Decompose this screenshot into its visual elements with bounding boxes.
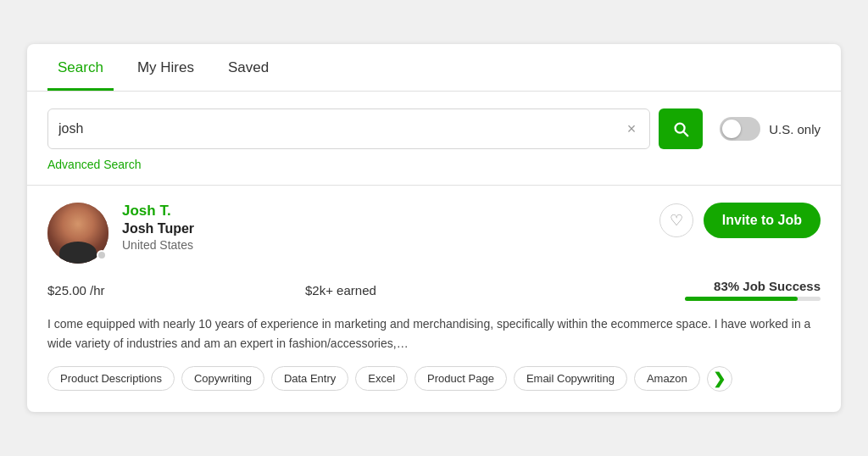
advanced-search-link[interactable]: Advanced Search [47, 158, 821, 171]
search-area: × U.S. only Advanced Search [27, 92, 841, 186]
result-area: Josh T. Josh Tuper United States ♡ Invit… [27, 186, 841, 412]
skill-tag[interactable]: Data Entry [271, 366, 348, 391]
skill-tag[interactable]: Email Copywriting [514, 366, 627, 391]
online-status-dot [97, 250, 107, 260]
earned-stat: $2k+ earned [305, 283, 563, 298]
skill-tag[interactable]: Copywriting [181, 366, 264, 391]
skill-tag[interactable]: Amazon [634, 366, 700, 391]
result-display-name[interactable]: Josh T. [122, 203, 194, 220]
stats-row: $25.00 /hr $2k+ earned 83% Job Success [47, 279, 821, 301]
result-header: Josh T. Josh Tuper United States ♡ Invit… [47, 203, 821, 264]
job-success-label: 83% Job Success [563, 279, 821, 293]
us-only-toggle[interactable] [720, 117, 760, 141]
skills-more-button[interactable]: ❯ [707, 366, 732, 392]
job-success-bar-bg [685, 297, 821, 301]
main-card: Search My Hires Saved × U.S. only Advanc… [27, 44, 841, 412]
avatar-wrap [47, 203, 108, 264]
invite-to-job-button[interactable]: Invite to Job [704, 203, 821, 238]
tab-my-hires[interactable]: My Hires [127, 44, 204, 91]
save-button[interactable]: ♡ [659, 203, 693, 237]
skill-tag[interactable]: Excel [355, 366, 408, 391]
skill-tag[interactable]: Product Descriptions [47, 366, 175, 391]
toggle-knob [722, 120, 741, 138]
job-success-wrap: 83% Job Success [563, 279, 821, 301]
skills-row: Product DescriptionsCopywritingData Entr… [47, 366, 821, 392]
tab-saved[interactable]: Saved [218, 44, 279, 91]
result-left: Josh T. Josh Tuper United States [47, 203, 194, 264]
job-success-bar-fill [685, 297, 798, 301]
us-only-label: U.S. only [769, 122, 821, 136]
tab-search[interactable]: Search [47, 44, 114, 91]
result-full-name: Josh Tuper [122, 221, 194, 236]
result-actions: ♡ Invite to Job [659, 203, 821, 238]
search-button[interactable] [659, 108, 703, 149]
search-row: × U.S. only [47, 108, 821, 149]
us-only-toggle-wrap: U.S. only [720, 117, 821, 141]
result-info: Josh T. Josh Tuper United States [122, 203, 194, 252]
search-input[interactable] [58, 121, 627, 136]
tab-bar: Search My Hires Saved [27, 44, 841, 92]
search-icon [671, 120, 690, 138]
search-input-wrap: × [47, 108, 650, 149]
result-location: United States [122, 238, 194, 252]
clear-icon[interactable]: × [627, 120, 637, 138]
rate-stat: $25.00 /hr [47, 283, 305, 298]
bio-text: I come equipped with nearly 10 years of … [47, 314, 821, 353]
skill-tag[interactable]: Product Page [415, 366, 507, 391]
